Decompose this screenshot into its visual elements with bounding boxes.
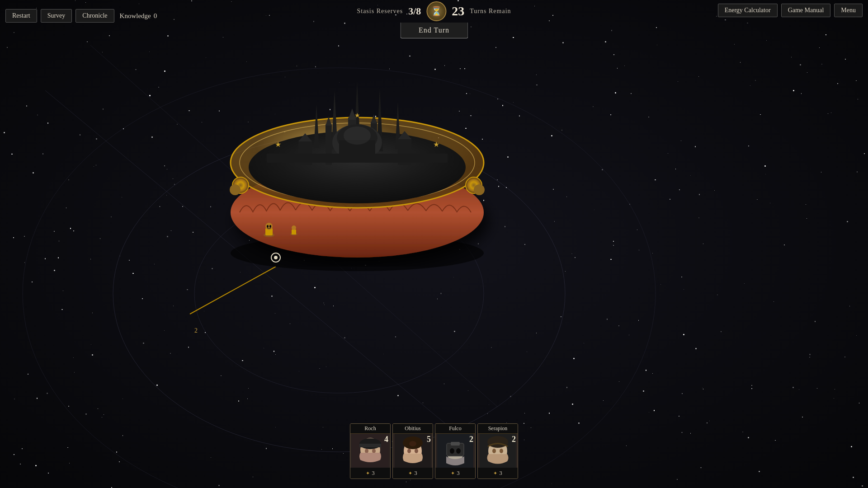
svg-point-42 [269, 225, 271, 228]
char-energy-0: 4 [384, 435, 388, 444]
svg-point-57 [407, 449, 411, 453]
svg-text:★: ★ [275, 141, 281, 148]
char-name-3: Serapion [478, 424, 518, 434]
char-stat-1: 3 [414, 469, 417, 477]
energy-calculator-button[interactable]: Energy Calculator [718, 4, 778, 17]
char-stats-0: ✦ 3 [350, 468, 390, 479]
char-portrait-0: 4 [350, 434, 390, 468]
svg-point-37 [344, 127, 371, 145]
svg-point-53 [372, 449, 376, 453]
svg-point-71 [500, 449, 503, 453]
stasis-bar: Stasis Reserves 3/8 ⏳ 23 Turns Remain [348, 0, 520, 23]
hourglass-icon: ⏳ [426, 1, 446, 21]
svg-point-65 [450, 448, 454, 454]
svg-text:★: ★ [354, 112, 360, 119]
character-card-fulco[interactable]: Fulco 2 ✦ 3 [435, 423, 476, 479]
game-manual-button[interactable]: Game Manual [781, 4, 831, 17]
svg-rect-64 [451, 442, 460, 446]
knowledge-label: Knowledge [120, 12, 151, 20]
svg-rect-51 [359, 444, 381, 447]
char-portrait-3: 2 [478, 434, 518, 468]
svg-point-11 [230, 184, 241, 195]
stasis-count: 3/8 [408, 5, 421, 17]
character-card-serapion[interactable]: Serapion 2 ✦ 3 [477, 423, 518, 479]
stasis-label: Stasis Reserves [357, 8, 403, 15]
char-stat-3: 3 [499, 469, 502, 477]
character-card-roch[interactable]: Roch 4 ✦ 3 [350, 423, 391, 479]
char-portrait-2: 2 [435, 434, 475, 468]
svg-point-66 [456, 448, 461, 454]
turns-label: Turns Remain [470, 8, 511, 15]
char-stats-3: ✦ 3 [478, 468, 518, 479]
svg-rect-44 [292, 230, 296, 235]
char-energy-3: 2 [512, 435, 516, 444]
star-icon-3: ✦ [493, 470, 497, 476]
survey-button[interactable]: Survey [41, 9, 72, 23]
star-icon-0: ✦ [366, 470, 370, 476]
right-hud: Energy Calculator Game Manual Menu [718, 4, 863, 17]
knowledge-value: 0 [154, 12, 157, 20]
char-energy-2: 2 [469, 435, 473, 444]
svg-point-40 [265, 223, 273, 230]
char-name-1: Obitius [393, 424, 433, 434]
char-energy-1: 5 [427, 435, 431, 444]
svg-point-70 [492, 449, 496, 453]
char-stat-2: 3 [457, 469, 460, 477]
center-hud: Stasis Reserves 3/8 ⏳ 23 Turns Remain En… [348, 0, 520, 38]
svg-rect-33 [267, 154, 448, 163]
restart-button[interactable]: Restart [5, 9, 37, 23]
knowledge-display: Knowledge 0 [120, 12, 157, 20]
character-cards: Roch 4 ✦ 3 Obitius [350, 423, 518, 479]
menu-button[interactable]: Menu [834, 4, 863, 17]
svg-text:★: ★ [433, 141, 439, 148]
star-icon-2: ✦ [451, 470, 455, 476]
svg-point-41 [267, 225, 269, 228]
svg-point-69 [487, 436, 508, 448]
svg-point-13 [474, 184, 485, 195]
svg-point-47 [274, 256, 278, 259]
char-stats-1: ✦ 3 [393, 468, 433, 479]
char-portrait-1: 5 [393, 434, 433, 468]
svg-point-58 [415, 449, 418, 453]
char-name-0: Roch [350, 424, 390, 434]
turns-count: 23 [452, 4, 464, 19]
char-stat-0: 3 [372, 469, 375, 477]
end-turn-button[interactable]: End Turn [400, 23, 468, 38]
character-card-obitius[interactable]: Obitius 5 ✦ 3 [392, 423, 433, 479]
star-icon-1: ✦ [408, 470, 412, 476]
char-stats-2: ✦ 3 [435, 468, 475, 479]
svg-point-45 [292, 225, 296, 230]
chronicle-button[interactable]: Chronicle [75, 9, 114, 23]
svg-point-59 [409, 441, 416, 446]
map-label-2: 2 [194, 327, 198, 334]
svg-point-52 [365, 449, 368, 453]
char-name-2: Fulco [435, 424, 475, 434]
